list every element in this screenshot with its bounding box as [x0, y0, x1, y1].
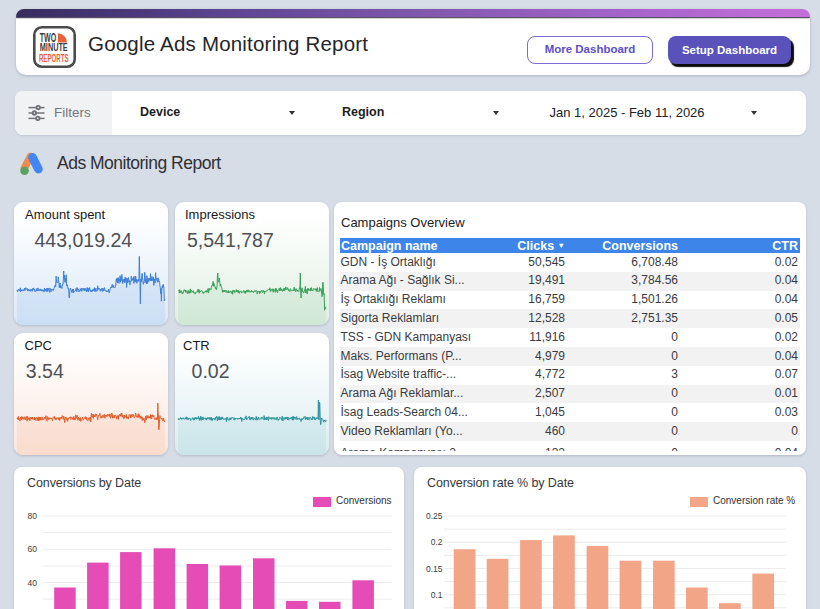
svg-text:60: 60	[28, 544, 38, 554]
svg-text:0.1: 0.1	[431, 590, 443, 600]
svg-text:0.25: 0.25	[426, 511, 443, 521]
svg-text:REPORTS: REPORTS	[39, 51, 69, 63]
svg-text:80: 80	[28, 511, 38, 521]
svg-text:40: 40	[28, 578, 38, 588]
svg-text:0.15: 0.15	[426, 564, 443, 574]
svg-text:0.2: 0.2	[431, 537, 443, 547]
